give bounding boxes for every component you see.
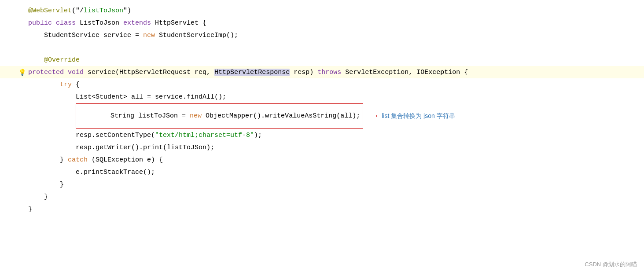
line-content-6: protected void service(HttpServletReques… [26, 69, 644, 76]
line-content-12: } catch (SQLException e) { [26, 156, 644, 164]
code-paren: ("/ [72, 7, 84, 15]
highlighted-code-box: String listToJSon = new ObjectMapper().w… [76, 103, 363, 129]
code-line-11: resp.getWriter().print(listToJSon); [0, 141, 644, 154]
code-line-14: } [0, 178, 644, 191]
kw-try: try [60, 81, 72, 88]
line-content-11: resp.getWriter().print(listToJSon); [26, 144, 644, 151]
code-line-1: @WebServlet("/listToJson") [0, 4, 644, 17]
code-line-9: String listToJSon = new ObjectMapper().w… [0, 103, 644, 129]
code-line-2: public class ListToJson extends HttpServ… [0, 17, 644, 29]
kw-public: public [28, 19, 52, 27]
line-content-7: try { [26, 81, 644, 88]
code-line-16: } [0, 203, 644, 215]
right-arrow-icon: → [372, 111, 377, 121]
kw-catch: catch [68, 156, 88, 164]
line-content-16: } [26, 206, 644, 213]
line-content-4 [26, 44, 644, 51]
code-line-10: resp.setContentType("text/html;charset=u… [0, 129, 644, 141]
code-paren-close: ") [123, 7, 131, 15]
code-editor: @WebServlet("/listToJson") public class … [0, 0, 644, 272]
kw-extends: extends [123, 19, 151, 27]
code-line-5: @Override [0, 54, 644, 66]
annotation-override: @Override [28, 56, 80, 64]
line-content-14: } [26, 181, 644, 188]
line-icon-6: 💡 [18, 69, 26, 76]
line-content-10: resp.setContentType("text/html;charset=u… [26, 132, 644, 139]
code-line-3: StudentService service = new StudentServ… [0, 29, 644, 41]
kw-throws: throws [317, 69, 341, 76]
line-content-3: StudentService service = new StudentServ… [26, 32, 644, 39]
resp-highlight: HttpServletResponse [214, 69, 290, 76]
bulb-icon[interactable]: 💡 [18, 69, 26, 76]
code-line-4 [0, 41, 644, 54]
line-content-5: @Override [26, 56, 644, 64]
watermark: CSDN @划水的阿瞄 [585, 261, 637, 268]
kw-void: void [68, 69, 84, 76]
line-content-2: public class ListToJson extends HttpServ… [26, 19, 644, 27]
line-content-8: List<Student> all = service.findAll(); [26, 93, 644, 101]
code-line-6: 💡 protected void service(HttpServletRequ… [0, 66, 644, 78]
line-content-1: @WebServlet("/listToJson") [26, 7, 644, 15]
kw-class: class [56, 19, 76, 27]
annotation-webservlet: @WebServlet [28, 7, 72, 15]
servlet-path: listToJson [84, 7, 123, 15]
kw-new-2: new [190, 112, 202, 120]
kw-new-1: new [143, 32, 155, 39]
content-type-string: "text/html;charset=utf-8" [155, 132, 254, 139]
code-line-13: e.printStackTrace(); [0, 166, 644, 178]
line-content-13: e.printStackTrace(); [26, 169, 644, 176]
annotation-label: list 集合转换为 json 字符串 [382, 112, 455, 120]
line-content-9: String listToJSon = new ObjectMapper().w… [26, 103, 644, 129]
code-line-12: } catch (SQLException e) { [0, 154, 644, 166]
line-content-15: } [26, 193, 644, 201]
code-line-15: } [0, 191, 644, 203]
annotation-arrow: → list 集合转换为 json 字符串 [372, 111, 455, 121]
code-line-8: List<Student> all = service.findAll(); [0, 91, 644, 103]
kw-protected: protected [28, 69, 64, 76]
code-line-7: try { [0, 78, 644, 91]
